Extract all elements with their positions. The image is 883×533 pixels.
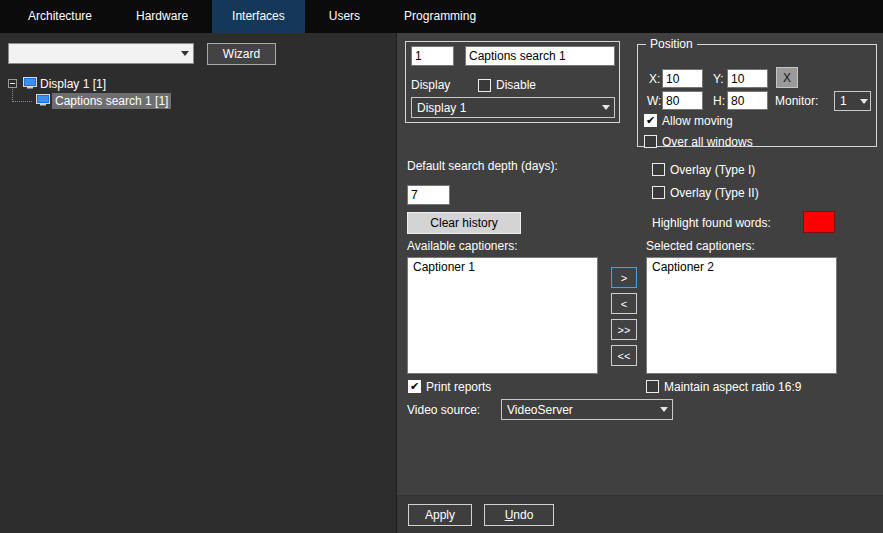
- print-reports-checkbox[interactable]: [408, 380, 421, 393]
- sidebar: Wizard Display 1 [1] Captions search 1 […: [0, 33, 397, 533]
- display-select[interactable]: Display 1: [411, 97, 615, 118]
- detail-panel: Display Disable Display 1 Position X: Y:…: [397, 33, 883, 533]
- aspect-ratio-checkbox[interactable]: [646, 380, 659, 393]
- monitor-select-value: 1: [835, 94, 858, 108]
- list-item[interactable]: Captioner 1: [408, 258, 597, 276]
- h-input[interactable]: [727, 91, 768, 110]
- apply-button[interactable]: Apply: [408, 504, 472, 526]
- video-source-label: Video source:: [407, 403, 480, 417]
- aspect-ratio-label: Maintain aspect ratio 16:9: [664, 380, 801, 394]
- move-right-button[interactable]: >: [611, 267, 637, 288]
- undo-rest: ndo: [513, 508, 533, 522]
- available-captioners-list[interactable]: Captioner 1: [407, 257, 598, 374]
- tree-item-display-label: Display 1 [1]: [40, 77, 106, 91]
- chevron-down-icon: [858, 99, 870, 104]
- position-group-title: Position: [646, 37, 697, 51]
- tab-hardware[interactable]: Hardware: [116, 0, 208, 33]
- selected-captioners-list[interactable]: Captioner 2: [646, 257, 837, 374]
- highlight-found-words-label: Highlight found words:: [652, 216, 771, 230]
- move-all-left-button[interactable]: <<: [611, 345, 637, 366]
- monitor-select[interactable]: 1: [834, 91, 871, 111]
- search-depth-input[interactable]: [407, 185, 450, 205]
- disable-label: Disable: [496, 78, 536, 92]
- interface-number-input[interactable]: [411, 46, 454, 66]
- available-captioners-label: Available captioners:: [407, 239, 518, 253]
- chevron-down-icon: [177, 51, 193, 56]
- overlay-type1-checkbox[interactable]: [652, 163, 665, 176]
- overlay-type2-label: Overlay (Type II): [670, 186, 759, 200]
- allow-moving-checkbox[interactable]: [644, 114, 657, 127]
- tab-users[interactable]: Users: [309, 0, 380, 33]
- x-input[interactable]: [662, 69, 703, 88]
- application-window: Architecture Hardware Interfaces Users P…: [0, 0, 883, 533]
- highlight-color-swatch[interactable]: [803, 211, 835, 233]
- wizard-button[interactable]: Wizard: [207, 43, 276, 65]
- y-label: Y:: [713, 72, 724, 86]
- position-clear-button[interactable]: X: [776, 67, 798, 88]
- w-label: W:: [647, 94, 661, 108]
- undo-accesskey: U: [505, 508, 514, 522]
- interface-name-input[interactable]: [465, 46, 615, 66]
- disable-checkbox[interactable]: [478, 79, 491, 92]
- overlay-type2-checkbox[interactable]: [652, 186, 665, 199]
- tree-connector-line: [13, 101, 32, 102]
- allow-moving-label: Allow moving: [662, 114, 733, 128]
- tab-bar: Architecture Hardware Interfaces Users P…: [0, 0, 883, 33]
- print-reports-label: Print reports: [426, 380, 491, 394]
- tab-programming[interactable]: Programming: [384, 0, 496, 33]
- chevron-down-icon: [598, 105, 614, 110]
- tab-interfaces[interactable]: Interfaces: [212, 0, 305, 33]
- h-label: H:: [713, 94, 725, 108]
- display-icon: [23, 77, 37, 89]
- tree-item-display[interactable]: Display 1 [1]: [40, 76, 106, 92]
- clear-history-button[interactable]: Clear history: [407, 212, 521, 234]
- tree-item-captions-search-label: Captions search 1 [1]: [52, 93, 171, 109]
- caption-search-icon: [36, 94, 50, 106]
- monitor-label: Monitor:: [775, 94, 818, 108]
- over-all-windows-label: Over all windows: [662, 135, 753, 149]
- move-all-right-button[interactable]: >>: [611, 319, 637, 340]
- chevron-down-icon: [656, 407, 672, 412]
- sidebar-filter-combobox[interactable]: [8, 43, 194, 64]
- position-groupbox: Position X: Y: X W: H: Monitor: 1 Allow …: [637, 44, 877, 147]
- x-label: X:: [649, 72, 660, 86]
- display-label: Display: [411, 78, 450, 92]
- video-source-select[interactable]: VideoServer: [501, 399, 673, 420]
- w-input[interactable]: [662, 91, 703, 110]
- over-all-windows-checkbox[interactable]: [644, 135, 657, 148]
- undo-button[interactable]: Undo: [484, 504, 554, 526]
- move-left-button[interactable]: <: [611, 293, 637, 314]
- y-input[interactable]: [727, 69, 768, 88]
- list-item[interactable]: Captioner 2: [647, 258, 836, 276]
- tree-item-captions-search[interactable]: Captions search 1 [1]: [52, 93, 171, 109]
- video-source-value: VideoServer: [502, 403, 656, 417]
- general-groupbox: Display Disable Display 1: [405, 41, 620, 123]
- tree-collapse-icon[interactable]: [8, 79, 17, 88]
- display-select-value: Display 1: [412, 101, 598, 115]
- selected-captioners-label: Selected captioners:: [646, 239, 755, 253]
- search-depth-label: Default search depth (days):: [407, 159, 558, 173]
- overlay-type1-label: Overlay (Type I): [670, 163, 755, 177]
- tab-architecture[interactable]: Architecture: [8, 0, 112, 33]
